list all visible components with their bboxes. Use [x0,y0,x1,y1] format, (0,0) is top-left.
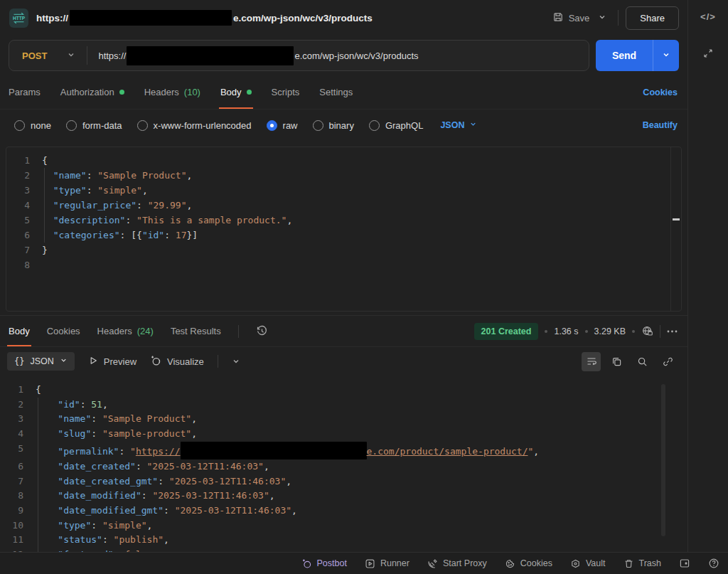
green-dot-icon [119,90,124,95]
mode-label: GraphQL [385,120,423,131]
radio-icon[interactable] [66,120,77,131]
braces-icon: {} [14,356,24,366]
tab-settings[interactable]: Settings [319,75,353,109]
green-dot-icon [247,90,252,95]
footer-cookies[interactable]: Cookies [505,558,552,569]
status-badge[interactable]: 201 Created [474,323,539,340]
url-suffix: e.com/wp-json/wc/v3/products [294,51,418,61]
indent-guide [38,442,38,459]
body-mode-x-www-form-urlencoded[interactable]: x-www-form-urlencoded [137,120,252,131]
tab-label: Settings [319,87,353,97]
divider [218,355,218,368]
body-mode-raw[interactable]: raw [267,120,298,131]
scrollbar-handle[interactable] [673,218,680,220]
wrap-text-icon[interactable] [582,352,601,371]
tab-body[interactable]: Body [220,75,252,109]
response-tab-test-results[interactable]: Test Results [171,316,221,346]
radio-icon[interactable] [14,120,25,131]
code-icon[interactable]: </> [700,11,716,22]
line-content: "type": "simple", [42,183,148,198]
help-icon[interactable] [708,558,719,569]
line-number: 6 [6,228,42,243]
footer-postbot[interactable]: Postbot [301,558,347,569]
indent-guide [38,519,38,533]
footer-start-proxy[interactable]: Start Proxy [427,558,487,569]
share-button[interactable]: Share [626,6,679,30]
send-options-button[interactable] [653,40,679,71]
line-content: "date_modified_gmt": "2025-03-12T11:46:0… [36,504,297,519]
editor-scrollbar[interactable] [670,147,681,311]
request-tabs: ParamsAuthorizationHeaders(10)BodyScript… [0,75,687,110]
footer-label: Runner [380,558,410,568]
footer-vault[interactable]: Vault [570,558,606,569]
search-icon[interactable] [633,352,652,371]
body-mode-none[interactable]: none [14,120,51,131]
visualize-button[interactable]: Visualize [150,355,204,368]
method-select[interactable]: POST [9,51,87,61]
response-body-viewer[interactable]: 1{2 "id": 51,3 "name": "Sample Product",… [0,376,687,552]
line-number: 5 [0,442,36,459]
request-title: https:// e.com/wp-json/wc/v3/products [36,10,373,26]
url-input[interactable]: https:// e.com/wp-json/wc/v3/products [98,46,418,65]
chevron-down-icon [60,356,68,366]
response-tab-headers[interactable]: Headers(24) [97,316,154,346]
body-mode-binary[interactable]: binary [313,120,354,131]
send-button[interactable]: Send [596,40,653,71]
tab-scripts[interactable]: Scripts [272,75,300,109]
line-content: "description": "This is a sample product… [42,213,292,228]
code-line: 3 "name": "Sample Product", [0,412,687,427]
tab-headers[interactable]: Headers(10) [144,75,200,109]
response-format-select[interactable]: {} JSON [7,352,75,371]
indent-guide [44,198,45,213]
tab-params[interactable]: Params [9,75,41,109]
save-button[interactable]: Save [548,7,594,29]
response-tab-body[interactable]: Body [9,316,30,346]
link-icon[interactable] [658,352,678,371]
request-title-suffix: e.com/wp-json/wc/v3/products [233,13,373,23]
radio-icon[interactable] [267,120,277,131]
proxy-icon [427,558,438,569]
history-icon[interactable] [256,325,268,337]
chevron-down-icon[interactable] [232,357,240,366]
preview-button[interactable]: Preview [88,356,136,368]
save-dropdown-button[interactable] [594,9,611,28]
response-meta: 201 Created 1.36 s 3.29 KB [474,323,678,340]
body-mode-graphql[interactable]: GraphQL [369,120,423,131]
response-time[interactable]: 1.36 s [554,326,578,336]
method-label: POST [22,51,47,61]
cookies-link[interactable]: Cookies [643,87,678,97]
indent-guide [44,228,45,243]
beautify-link[interactable]: Beautify [643,120,678,130]
tab-label: Scripts [272,87,300,97]
response-tab-cookies[interactable]: Cookies [47,316,80,346]
tab-authorization[interactable]: Authorization [60,75,124,109]
line-number: 11 [0,533,36,548]
globe-lock-icon[interactable] [641,325,653,337]
tab-label: Headers [97,326,132,336]
footer-label: Postbot [317,558,347,568]
radio-icon[interactable] [137,120,148,131]
line-number: 5 [6,213,42,228]
tab-label: Body [9,326,30,336]
more-options-icon[interactable] [667,330,678,333]
raw-language-select[interactable]: JSON [440,120,477,130]
tab-label: Cookies [47,326,80,336]
footer-label: Trash [639,558,662,568]
code-line: 5 "permalink": "https://e.com/product/sa… [0,442,687,459]
divider [87,46,87,65]
expand-icon[interactable] [702,48,714,59]
line-number: 4 [6,198,42,213]
radio-icon[interactable] [369,120,380,131]
radio-icon[interactable] [313,120,323,131]
footer-runner[interactable]: Runner [365,558,410,569]
indent-guide [38,533,38,548]
request-body-editor[interactable]: 1{2 "name": "Sample Product",3 "type": "… [6,147,682,312]
raw-language-label: JSON [440,120,464,130]
response-size[interactable]: 3.29 KB [594,326,626,336]
footer-trash[interactable]: Trash [623,558,662,569]
copy-icon[interactable] [607,352,626,371]
body-mode-form-data[interactable]: form-data [66,120,122,131]
panel-icon[interactable] [679,558,690,569]
main-panel: HTTP https:// e.com/wp-json/wc/v3/produc… [0,0,687,552]
scrollbar-handle[interactable] [661,384,665,536]
